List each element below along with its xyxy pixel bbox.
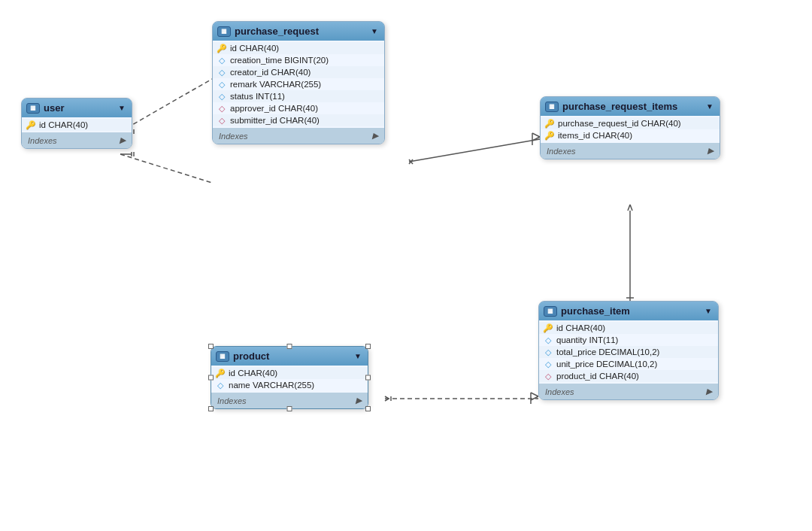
table-row: ◇ approver_id CHAR(40) (213, 102, 384, 114)
diamond-icon: ◇ (217, 56, 226, 65)
diamond-pink-icon: ◇ (544, 372, 553, 381)
table-row: 🔑 purchase_request_id CHAR(40) (541, 117, 720, 129)
dropdown-icon[interactable]: ▼ (371, 27, 378, 35)
table-row: ◇ creation_time BIGINT(20) (213, 54, 384, 66)
table-row: ◇ quantity INT(11) (539, 334, 718, 346)
table-title: purchase_item (561, 305, 701, 317)
table-purchase-request-body: 🔑 id CHAR(40) ◇ creation_time BIGINT(20)… (213, 41, 384, 128)
field-text: creation_time BIGINT(20) (230, 56, 329, 65)
table-user-body: 🔑 id CHAR(40) (22, 117, 132, 132)
table-row: 🔑 id CHAR(40) (213, 42, 384, 54)
svg-line-0 (120, 79, 212, 132)
indexes-arrow: ▶ (372, 131, 378, 141)
indexes-label: Indexes (28, 136, 57, 145)
svg-line-10 (532, 137, 540, 141)
field-text: remark VARCHAR(255) (230, 80, 321, 89)
diamond-icon: ◇ (544, 360, 553, 369)
resize-handle-bm[interactable] (287, 406, 292, 411)
resize-handle-bl[interactable] (208, 406, 214, 411)
table-purchase-request-items[interactable]: ▦ purchase_request_items ▼ 🔑 purchase_re… (540, 96, 720, 159)
diamond-pink-icon: ◇ (217, 104, 226, 113)
dropdown-icon[interactable]: ▼ (704, 307, 712, 315)
svg-line-20 (531, 393, 538, 396)
diamond-icon: ◇ (217, 68, 226, 77)
field-text: id CHAR(40) (229, 369, 277, 378)
table-user[interactable]: ▦ user ▼ 🔑 id CHAR(40) Indexes ▶ (21, 98, 132, 149)
indexes-label: Indexes (219, 132, 248, 141)
indexes-label: Indexes (545, 387, 574, 396)
svg-line-12 (409, 159, 413, 164)
table-product[interactable]: ▦ product ▼ 🔑 id CHAR(40) ◇ name VARCHAR… (211, 346, 368, 409)
table-row: ◇ product_id CHAR(40) (539, 370, 718, 382)
field-text: total_price DECIMAL(10,2) (556, 347, 659, 357)
indexes-arrow: ▶ (356, 396, 362, 405)
table-icon: ▦ (216, 351, 229, 362)
key-red-icon: 🔑 (545, 131, 554, 140)
field-text: quantity INT(11) (556, 335, 618, 344)
table-pri-body: 🔑 purchase_request_id CHAR(40) 🔑 items_i… (541, 116, 720, 143)
diamond-pink-icon: ◇ (217, 116, 226, 125)
field-text: approver_id CHAR(40) (230, 104, 318, 113)
table-row: 🔑 id CHAR(40) (211, 367, 368, 379)
dropdown-icon[interactable]: ▼ (118, 104, 126, 112)
diamond-icon: ◇ (544, 347, 553, 357)
table-user-header: ▦ user ▼ (22, 99, 132, 117)
er-diagram-canvas: ▦ user ▼ 🔑 id CHAR(40) Indexes ▶ ▦ purch… (0, 0, 812, 531)
field-text: id CHAR(40) (39, 120, 88, 129)
field-text: id CHAR(40) (230, 44, 279, 53)
table-purchase-request-indexes[interactable]: Indexes ▶ (213, 128, 384, 144)
table-purchase-item[interactable]: ▦ purchase_item ▼ 🔑 id CHAR(40) ◇ quanti… (538, 301, 719, 400)
table-pri-header: ▦ purchase_request_items ▼ (541, 97, 720, 116)
indexes-label: Indexes (547, 147, 576, 156)
table-pi-header: ▦ purchase_item ▼ (539, 302, 718, 320)
table-row: ◇ total_price DECIMAL(10,2) (539, 346, 718, 358)
diamond-icon: ◇ (544, 335, 553, 344)
table-pi-body: 🔑 id CHAR(40) ◇ quantity INT(11) ◇ total… (539, 320, 718, 384)
table-icon: ▦ (26, 103, 40, 114)
indexes-arrow: ▶ (706, 387, 712, 396)
table-pi-indexes[interactable]: Indexes ▶ (539, 384, 718, 399)
svg-line-21 (531, 396, 538, 400)
table-purchase-request[interactable]: ▦ purchase_request ▼ 🔑 id CHAR(40) ◇ cre… (212, 21, 385, 144)
indexes-arrow: ▶ (120, 135, 126, 145)
svg-line-8 (409, 139, 540, 162)
indexes-label: Indexes (217, 396, 247, 405)
table-purchase-request-header: ▦ purchase_request ▼ (213, 22, 384, 41)
table-row: 🔑 id CHAR(40) (539, 322, 718, 334)
key-red-icon: 🔑 (545, 119, 554, 128)
dropdown-icon[interactable]: ▼ (354, 352, 362, 360)
table-title: purchase_request_items (562, 101, 702, 112)
field-text: unit_price DECIMAL(10,2) (556, 360, 657, 369)
table-title: user (44, 102, 114, 114)
svg-line-16 (630, 205, 632, 211)
field-text: creator_id CHAR(40) (230, 68, 311, 77)
dropdown-icon[interactable]: ▼ (706, 102, 714, 111)
key-icon: 🔑 (544, 323, 553, 332)
table-product-body: 🔑 id CHAR(40) ◇ name VARCHAR(255) (211, 366, 368, 393)
table-user-indexes[interactable]: Indexes ▶ (22, 132, 132, 148)
svg-line-4 (120, 154, 212, 183)
resize-handle-tr[interactable] (365, 344, 371, 349)
resize-handle-tl[interactable] (208, 344, 214, 349)
connectors-layer (0, 0, 812, 531)
table-title: product (233, 350, 350, 362)
resize-handle-br[interactable] (365, 406, 371, 411)
key-icon: 🔑 (217, 44, 226, 53)
field-text: name VARCHAR(255) (229, 381, 314, 390)
resize-handle-ml[interactable] (208, 375, 214, 381)
table-pri-indexes[interactable]: Indexes ▶ (541, 143, 720, 159)
table-title: purchase_request (235, 26, 367, 37)
field-text: purchase_request_id CHAR(40) (558, 119, 681, 128)
svg-line-13 (409, 159, 413, 164)
resize-handle-mr[interactable] (365, 375, 371, 381)
key-icon: 🔑 (26, 120, 35, 129)
table-icon: ▦ (545, 102, 559, 112)
resize-handle-tm[interactable] (287, 344, 292, 349)
table-product-header: ▦ product ▼ (211, 347, 368, 366)
table-row: 🔑 items_id CHAR(40) (541, 129, 720, 141)
table-row: ◇ unit_price DECIMAL(10,2) (539, 358, 718, 370)
table-row: ◇ submitter_id CHAR(40) (213, 114, 384, 126)
svg-line-24 (385, 399, 389, 401)
table-row: ◇ status INT(11) (213, 90, 384, 102)
field-text: status INT(11) (230, 92, 285, 101)
